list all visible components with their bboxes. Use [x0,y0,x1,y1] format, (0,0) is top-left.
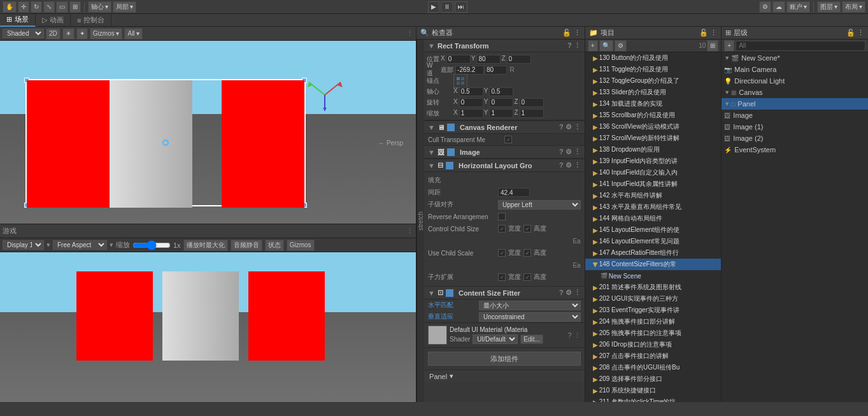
csf-checkbox[interactable] [446,289,453,297]
hierarchy-item[interactable]: 🖼 Image (2) [722,133,868,144]
hier-search[interactable] [736,41,865,51]
hierarchy-item[interactable]: 🖼 Image (1) [722,121,868,133]
tab-animation[interactable]: ▷ 动画 [36,14,71,27]
reset-btn[interactable]: R [508,66,516,75]
scale-x[interactable] [459,109,483,118]
control-width-cb[interactable] [498,225,506,233]
maximize-btn[interactable]: 播放时最大化 [183,240,228,251]
list-item[interactable]: ▶ 203 EventTrigger实现事件讲 [585,305,722,316]
list-item[interactable]: ▶ 144 网格自动布局组件 [585,213,722,224]
hlg-expand[interactable]: ▼ [428,162,435,169]
csf-expand[interactable]: ▼ [428,289,435,297]
expand-width-cb[interactable] [498,273,506,281]
scene-all-button[interactable]: All ▾ [124,28,143,39]
cloud-button[interactable]: ☁ [772,1,785,13]
reverse-checkbox[interactable] [498,213,506,220]
cr-settings[interactable]: ⚙ [566,123,572,131]
img-expand[interactable]: ▼ [428,148,435,156]
hierarchy-item[interactable]: 💡 Directional Light [722,75,868,87]
img-checkbox[interactable] [447,148,455,156]
scale-z[interactable] [520,109,544,118]
stats-btn[interactable]: 状态 [265,240,284,251]
list-item[interactable]: ▶ 134 加载进度条的实现 [585,98,722,110]
list-item[interactable]: ▶ 130 Button的介绍及使用 [585,52,722,64]
pause-button[interactable]: ⏸ [441,1,453,13]
proj-filter-btn[interactable]: ⚙ [615,40,627,52]
hierarchy-item[interactable]: 📷 Main Camera [722,64,868,75]
mat-menu[interactable]: ⋮ [574,331,581,339]
cr-menu[interactable]: ⋮ [574,123,581,131]
list-item[interactable]: ▶ 138 Dropdown的应用 [585,144,722,155]
pivot-y[interactable] [489,87,513,96]
collab-button[interactable]: ⚙ [759,1,771,13]
rot-z[interactable] [520,98,544,107]
rot-x[interactable] [459,98,483,107]
img-settings[interactable]: ⚙ [566,148,572,156]
game-gizmos-btn[interactable]: Gizmos [287,240,315,251]
scale-slider[interactable] [132,241,171,249]
list-item[interactable]: ▶ 135 Scrollbar的介绍及使用 [585,110,722,121]
list-item[interactable]: ▶ 141 InputField其余属性讲解 [585,178,722,190]
scale-y[interactable] [489,109,513,118]
fx-button[interactable]: ✦ [76,28,88,39]
2d-button[interactable]: 2D [46,28,60,39]
scene-menu-dots[interactable]: ⋮ [406,29,413,38]
v-fit-select[interactable]: Unconstrained 最小大小 Preferred Size [479,312,581,322]
hier-lock[interactable]: 🔓 [846,29,855,37]
csf-menu[interactable]: ⋮ [574,289,581,297]
list-item[interactable]: ▶ 206 IDrop接口的注意事项 [585,339,722,350]
rect-help[interactable]: ? [567,41,572,50]
pivot-button[interactable]: 轴心 ▾ [88,1,111,13]
rot-y[interactable] [489,98,513,107]
proj-menu[interactable]: ⋮ [710,29,717,37]
edit-shader-btn[interactable]: Edit... [520,334,543,344]
tool-hand[interactable]: ✋ [3,1,17,13]
list-item[interactable]: ▶ 137 ScrollView的新特性讲解 [585,133,722,144]
hlg-help[interactable]: ? [559,161,564,169]
hlg-menu[interactable]: ⋮ [574,161,581,169]
list-item[interactable]: ▶ 142 水平布局组件讲解 [585,190,722,201]
rect-menu[interactable]: ⋮ [574,41,581,50]
scale-height-cb[interactable] [523,249,531,257]
tool-rect[interactable]: ▭ [56,1,68,13]
list-item[interactable]: ▶ 146 LayoutElement常见问题 [585,236,722,247]
account-button[interactable]: 账户 ▾ [786,1,810,13]
local-button[interactable]: 局部 ▾ [113,1,136,13]
cr-help[interactable]: ? [559,123,564,131]
panel-arrow[interactable]: ▾ [450,372,453,380]
expand-height-cb[interactable] [523,273,531,281]
list-item[interactable]: ▶ 140 InputField自定义输入内 [585,167,722,178]
hlg-checkbox[interactable] [446,162,453,169]
hier-add-btn[interactable]: + [724,40,734,52]
img-menu[interactable]: ⋮ [574,148,581,156]
list-item[interactable]: ▶ 210 系统快捷键接口 [585,385,722,396]
list-item[interactable]: ▶ 202 UGUI实现事件的三种方 [585,293,722,305]
hier-menu[interactable]: ⋮ [857,29,864,37]
pos-y[interactable] [476,55,501,64]
pos-z[interactable] [507,55,531,64]
list-item[interactable]: ▶ 133 Slider的介绍及使用 [585,87,722,98]
cr-checkbox[interactable] [447,124,455,131]
list-item[interactable]: ▶ 147 AspectRatioFitter组件行 [585,247,722,259]
hlg-settings[interactable]: ⚙ [566,161,572,169]
proj-add-btn[interactable]: + [588,40,598,52]
scene-gizmos-button[interactable]: Gizmos ▾ [90,28,123,39]
bottom-value[interactable] [485,66,507,75]
hierarchy-item[interactable]: ▼ □ Panel [722,98,868,110]
expand-arrow[interactable]: ▼ [428,42,435,50]
tool-rotate[interactable]: ↻ [31,1,42,13]
tool-move[interactable]: ✛ [18,1,29,13]
hierarchy-item[interactable]: 🖼 Image [722,110,868,121]
play-button[interactable]: ▶ [428,1,439,13]
anchor-icon-btn[interactable] [453,74,467,88]
hierarchy-item[interactable]: ⚡ EventSystem [722,144,868,155]
list-item[interactable]: ▶ 139 InputField内容类型的讲 [585,155,722,167]
list-item[interactable]: ▶ 208 点击事件的UGUI祖传Bu [585,362,722,373]
img-help[interactable]: ? [559,148,564,156]
hierarchy-item[interactable]: ▼ ⊞ Canvas [722,87,868,98]
list-item[interactable]: ▶ 136 ScrollView的运动模式讲 [585,121,722,133]
list-item[interactable]: ▶ 132 ToqgleGroup的介绍及了 [585,75,722,87]
w-value[interactable] [455,66,484,75]
cull-checkbox[interactable] [504,136,512,143]
tool-transform[interactable]: ⊞ [69,1,81,13]
